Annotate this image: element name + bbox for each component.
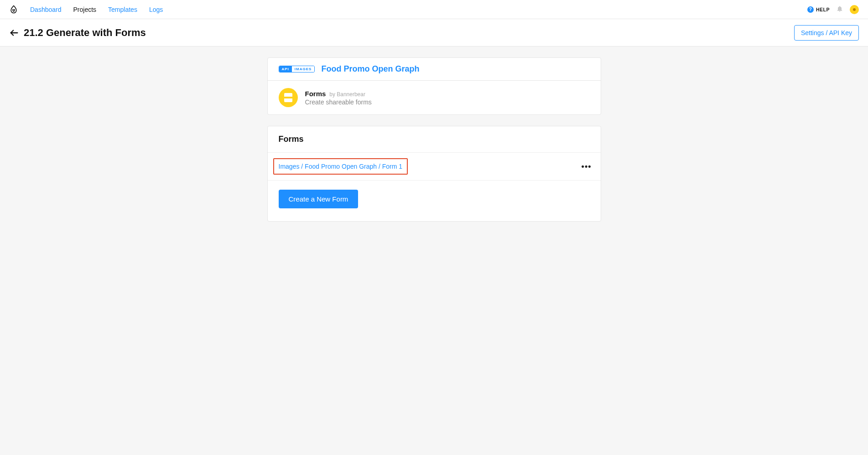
create-form-wrap: Create a New Form [268,181,601,221]
app-description: Create shareable forms [305,98,372,106]
form-row: Images / Food Promo Open Graph / Form 1 … [268,153,601,181]
back-arrow-icon[interactable] [9,28,19,38]
badge-api: API [279,66,292,72]
logo-icon[interactable] [9,5,18,14]
template-card-head: API IMAGES Food Promo Open Graph [268,58,601,81]
template-card-body: Forms by Bannerbear Create shareable for… [268,81,601,114]
top-nav: Dashboard Projects Templates Logs ? HELP [0,0,868,19]
forms-card-head: Forms [268,126,601,153]
page-title: 21.2 Generate with Forms [24,27,146,39]
nav-logs[interactable]: Logs [149,6,163,13]
help-icon: ? [807,6,814,13]
avatar[interactable] [850,5,859,14]
app-title: Forms [305,90,326,98]
nav-templates[interactable]: Templates [108,6,137,13]
avatar-inner-icon [853,8,856,11]
template-title-link[interactable]: Food Promo Open Graph [321,64,419,74]
top-nav-left: Dashboard Projects Templates Logs [9,5,163,14]
content-area: API IMAGES Food Promo Open Graph Forms b… [267,57,601,222]
forms-heading: Forms [279,134,590,144]
api-images-badge: API IMAGES [279,66,315,72]
nav-projects[interactable]: Projects [73,6,97,13]
more-options-icon[interactable]: ••• [582,162,592,171]
form-link[interactable]: Images / Food Promo Open Graph / Form 1 [279,163,403,170]
svg-point-1 [14,10,15,10]
nav-dashboard[interactable]: Dashboard [30,6,62,13]
app-meta: Forms by Bannerbear Create shareable for… [305,90,372,106]
form-link-highlight: Images / Food Promo Open Graph / Form 1 [273,158,408,175]
forms-app-icon [279,88,298,107]
settings-api-key-button[interactable]: Settings / API Key [794,25,859,41]
svg-point-0 [13,10,14,10]
notifications-icon[interactable] [836,5,843,14]
forms-card: Forms Images / Food Promo Open Graph / F… [267,126,601,222]
badge-images: IMAGES [292,66,315,72]
help-link[interactable]: ? HELP [807,6,830,13]
forms-app-icon-inner [284,93,292,102]
help-label: HELP [816,7,830,12]
app-byline: by Bannerbear [329,91,365,98]
page-header: 21.2 Generate with Forms Settings / API … [0,19,868,47]
top-nav-right: ? HELP [807,5,859,14]
create-new-form-button[interactable]: Create a New Form [279,190,359,208]
page-header-left: 21.2 Generate with Forms [9,27,146,39]
template-card: API IMAGES Food Promo Open Graph Forms b… [267,57,601,115]
